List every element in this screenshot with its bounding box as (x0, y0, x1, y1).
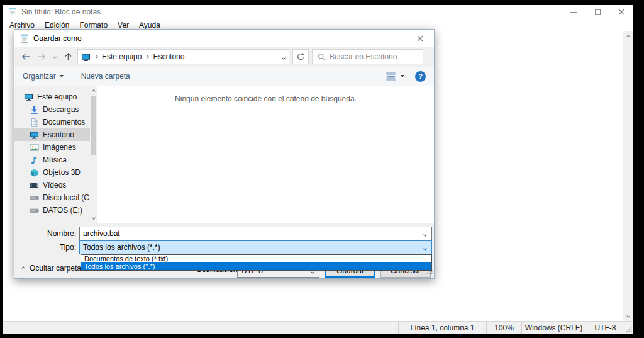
scroll-up-icon[interactable] (90, 87, 97, 95)
dialog-title: Guardar como (33, 34, 82, 43)
dialog-navigation-bar: Este equipoEscritorio (14, 47, 434, 67)
notepad-vertical-scrollbar[interactable] (623, 31, 633, 321)
filename-input[interactable]: archivo.bat (79, 227, 432, 240)
view-mode-icon[interactable] (386, 72, 396, 81)
sidebar-item-label: DATOS (E:) (43, 206, 82, 215)
sidebar-item-label: Descargas (43, 105, 79, 114)
sidebar-item-escritorio[interactable]: Escritorio (14, 128, 90, 141)
status-cursor-position: Línea 1, columna 1 (398, 322, 486, 334)
new-folder-button[interactable]: Nueva carpeta (81, 72, 130, 81)
objects3d-icon (30, 168, 39, 177)
scroll-down-icon[interactable] (90, 214, 97, 222)
scroll-up-icon[interactable] (623, 31, 633, 42)
breadcrumb-separator-icon (146, 55, 150, 59)
breadcrumb-item-escritorio[interactable]: Escritorio (153, 52, 184, 61)
hide-folders-button[interactable]: Ocultar carpetas (22, 264, 85, 273)
dialog-footer: Nombre: archivo.bat Tipo: Todos los arch… (14, 223, 434, 278)
search-input[interactable] (330, 52, 414, 61)
sidebar-item-label: Escritorio (43, 130, 74, 139)
sidebar-item-label: Documentos (43, 118, 85, 127)
dialog-close-button[interactable] (406, 30, 434, 47)
sidebar-item-documentos[interactable]: Documentos (14, 116, 90, 128)
breadcrumb-item-este-equipo[interactable]: Este equipo (102, 52, 142, 61)
filetype-select[interactable]: Todos los archivos (*.*) (79, 240, 432, 254)
filetype-dropdown: Documentos de texto (*.txt)Todos los arc… (80, 254, 432, 271)
close-icon (417, 35, 423, 42)
address-dropdown-button[interactable] (282, 52, 285, 61)
save-as-dialog: Guardar como Este equipoEscritorio Organ… (14, 29, 435, 279)
view-dropdown-arrow-icon[interactable] (401, 75, 404, 77)
forward-button[interactable] (35, 49, 48, 64)
breadcrumb-separator-icon (94, 55, 98, 59)
status-line-ending: Windows (CRLF) (521, 322, 586, 334)
back-button[interactable] (19, 49, 32, 64)
filetype-value: Todos los archivos (*.*) (83, 243, 160, 252)
drive-icon (30, 206, 39, 215)
search-box (312, 49, 423, 64)
maximize-icon (595, 9, 601, 15)
this-pc-icon (81, 52, 91, 62)
status-encoding: UTF-8 (586, 322, 625, 334)
sidebar-item-label: Disco local (C:) (43, 193, 94, 202)
sidebar-item-musica[interactable]: Música (14, 154, 90, 166)
filetype-option-documentos-de-texto-txt[interactable]: Documentos de texto (*.txt) (81, 255, 431, 262)
sidebar-item-label: Objetos 3D (43, 168, 80, 177)
chevron-up-icon (21, 266, 25, 270)
sidebar-item-label: Música (43, 155, 67, 164)
empty-folder-message: Ningún elemento coincide con el criterio… (97, 94, 434, 103)
hide-folders-label: Ocultar carpetas (30, 264, 85, 273)
notepad-titlebar: Sin título: Bloc de notas (3, 5, 633, 19)
filename-label: Nombre: (14, 229, 79, 238)
notepad-app-icon (19, 33, 30, 43)
sidebar-item-label: Vídeos (43, 181, 66, 189)
close-window-button[interactable] (609, 5, 633, 19)
dialog-toolbar: Organizar Nueva carpeta ? (14, 67, 434, 86)
sidebar-item-disco-local-c[interactable]: Disco local (C:) (14, 191, 90, 204)
refresh-button[interactable] (292, 49, 309, 64)
sidebar-item-descargas[interactable]: Descargas (14, 103, 90, 116)
filename-value: archivo.bat (83, 229, 120, 238)
notepad-statusbar: Línea 1, columna 1 100% Windows (CRLF) U… (3, 321, 633, 334)
documents-icon (30, 118, 39, 127)
downloads-icon (30, 105, 39, 115)
organize-button[interactable]: Organizar (23, 72, 64, 81)
arrow-right-icon (36, 52, 47, 61)
breadcrumb: Este equipoEscritorio (94, 52, 184, 61)
pictures-icon (30, 143, 39, 152)
file-list-area[interactable]: Ningún elemento coincide con el criterio… (97, 86, 434, 223)
help-button[interactable]: ? (415, 71, 426, 82)
scrollbar-thumb[interactable] (91, 96, 96, 155)
filetype-option-todos-los-archivos[interactable]: Todos los archivos (*.*) (81, 262, 431, 270)
scroll-down-icon[interactable] (623, 310, 633, 321)
status-zoom-level: 100% (486, 322, 521, 334)
resize-grip-icon (626, 327, 632, 332)
recent-locations-button[interactable] (51, 49, 58, 64)
address-bar[interactable]: Este equipoEscritorio (77, 49, 289, 64)
chevron-down-icon[interactable] (424, 229, 426, 238)
minimize-button[interactable] (562, 5, 586, 19)
sidebar-scrollbar[interactable] (90, 86, 97, 223)
dialog-titlebar: Guardar como (14, 30, 434, 47)
organize-label: Organizar (23, 72, 56, 81)
dropdown-arrow-icon (60, 75, 64, 77)
computer-icon (24, 93, 33, 102)
sidebar-item-imagenes[interactable]: Imágenes (14, 141, 90, 154)
sidebar-item-datos-e[interactable]: DATOS (E:) (14, 204, 90, 217)
sidebar-item-objetos-3d[interactable]: Objetos 3D (14, 166, 90, 179)
dialog-sidebar: Este equipoDescargasDocumentosEscritorio… (14, 86, 90, 223)
up-button[interactable] (62, 49, 74, 64)
sidebar-item-label: Imágenes (43, 143, 76, 152)
videos-icon (30, 181, 39, 190)
maximize-button[interactable] (586, 5, 609, 19)
minimize-icon (570, 12, 577, 13)
music-icon (30, 155, 39, 165)
drive-icon (30, 193, 39, 203)
sidebar-item-videos[interactable]: Vídeos (14, 179, 90, 191)
desktop-icon (30, 130, 39, 140)
arrow-up-icon (64, 52, 72, 61)
search-icon (318, 53, 326, 61)
new-folder-label: Nueva carpeta (81, 72, 130, 81)
sidebar-item-label: Este equipo (37, 93, 77, 101)
chevron-down-icon[interactable] (424, 243, 426, 252)
sidebar-item-este-equipo[interactable]: Este equipo (14, 91, 90, 103)
